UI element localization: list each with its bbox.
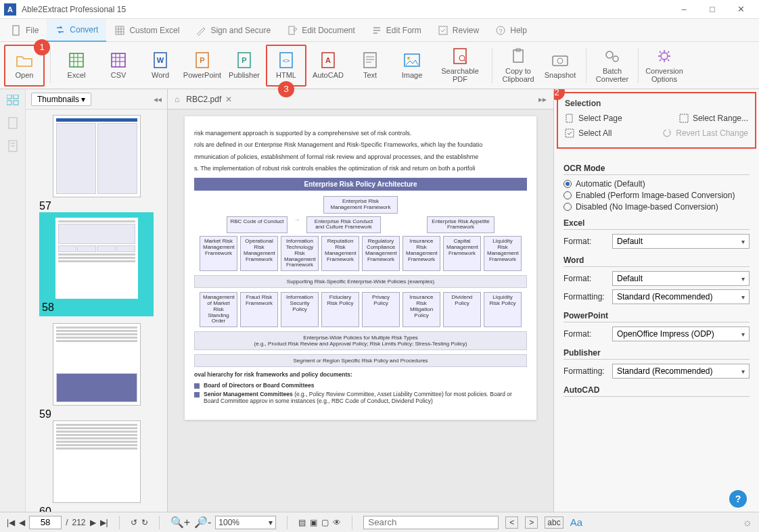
select-page-button[interactable]: Select Page (565, 114, 622, 123)
thumb-58[interactable] (53, 215, 141, 301)
zoom-combo[interactable]: 100%▾ (215, 516, 276, 529)
thumbnails-view-icon[interactable] (6, 95, 20, 105)
collapse-thumbnails-icon[interactable]: ◂◂ (154, 95, 162, 104)
search-input[interactable] (363, 516, 499, 529)
search-next-button[interactable]: > (525, 516, 538, 529)
ribbon-open[interactable]: 1 Open (4, 45, 45, 87)
radio-icon (564, 191, 572, 199)
view-mode-button[interactable]: 👁 (333, 518, 341, 527)
ribbon-image-label: Image (402, 72, 423, 80)
menu-help[interactable]: ?Help (487, 19, 535, 42)
svg-rect-3 (439, 26, 447, 34)
ribbon-conversion-options[interactable]: Conversion Options (644, 45, 685, 87)
menu-custom-excel[interactable]: Custom Excel (106, 19, 187, 42)
framework-node: Capital Management Framework (443, 236, 481, 271)
selection-heading: Selection (565, 99, 748, 108)
fit-page-button[interactable]: ▣ (310, 518, 317, 527)
ribbon-sep-4 (638, 48, 639, 83)
workspace: Thumbnails ▾ ◂◂ 57 58 59 60 ⌂ RBC2.pdf ✕ (0, 89, 759, 512)
document-tab[interactable]: RBC2.pdf ✕ (186, 95, 232, 104)
para-1: risk management approach is supported by… (194, 130, 527, 137)
ribbon-autocad[interactable]: AAutoCAD (308, 45, 348, 87)
select-page-label: Select Page (578, 114, 622, 123)
case-sensitive-toggle[interactable]: Aa (570, 516, 582, 528)
node-conduct: Enterprise Risk Conduct and Culture Fram… (306, 216, 381, 234)
thumb-57[interactable] (53, 115, 141, 197)
search-prev-button[interactable]: < (505, 516, 518, 529)
page-icon (565, 114, 574, 123)
close-button[interactable]: ✕ (727, 0, 755, 19)
fit-width-button[interactable]: ▤ (298, 518, 306, 527)
page-number-input[interactable] (29, 516, 62, 529)
menu-edit-form-label: Edit Form (386, 26, 421, 35)
bookmark-icon[interactable] (6, 118, 20, 128)
ocr-auto-label: Automatic (Default) (576, 179, 645, 189)
help-fab[interactable]: ? (729, 490, 747, 508)
maximize-button[interactable]: □ (698, 0, 727, 19)
zoom-out-button[interactable]: 🔎- (194, 516, 211, 529)
zoom-in-button[interactable]: 🔍+ (170, 516, 190, 529)
grid-icon (114, 25, 125, 36)
ribbon-publisher[interactable]: PPublisher (224, 45, 264, 87)
document-view[interactable]: risk management approach is supported by… (168, 110, 553, 512)
word-formatting-combo[interactable]: Standard (Recommended)▾ (612, 289, 750, 304)
ocr-enabled-radio[interactable]: Enabled (Perform Image-based Conversion) (564, 191, 750, 200)
home-tab-icon[interactable]: ⌂ (175, 95, 179, 104)
policy-node: Fiduciary Risk Policy (321, 292, 359, 327)
menu-edit-document[interactable]: Edit Document (279, 19, 363, 42)
svg-rect-32 (7, 101, 12, 105)
menu-sign-secure[interactable]: Sign and Secure (187, 19, 279, 42)
menu-convert[interactable]: Convert (47, 19, 106, 42)
last-page-button[interactable]: ▶| (100, 518, 108, 527)
close-tab-icon[interactable]: ✕ (225, 95, 232, 104)
menu-edit-form[interactable]: Edit Form (363, 19, 430, 42)
rotate-left-button[interactable]: ↺ (131, 518, 137, 527)
ribbon-searchable-pdf[interactable]: Searchable PDF (434, 45, 486, 87)
minimize-button[interactable]: – (670, 0, 698, 19)
document-tabs: ⌂ RBC2.pdf ✕ ▸▸ (168, 89, 553, 110)
svg-rect-18 (364, 53, 376, 68)
ocr-enabled-label: Enabled (Perform Image-based Conversion) (576, 191, 735, 200)
ribbon-html[interactable]: <> HTML 3 (266, 45, 306, 87)
thumb-60[interactable] (53, 420, 141, 503)
svg-rect-1 (116, 26, 124, 34)
first-page-button[interactable]: |◀ (7, 518, 15, 527)
bullet-square-icon (194, 392, 200, 397)
ribbon-batch[interactable]: Batch Converter (592, 45, 632, 87)
ribbon-word[interactable]: WWord (140, 45, 181, 87)
ribbon-excel[interactable]: Excel (56, 45, 97, 87)
attachment-icon[interactable] (6, 141, 20, 151)
ribbon-sep (50, 48, 51, 83)
ribbon-text[interactable]: Text (350, 45, 390, 87)
select-all-button[interactable]: Select All (565, 128, 612, 138)
select-range-button[interactable]: Select Range... (679, 114, 748, 123)
ribbon-copy-clipboard[interactable]: Copy to Clipboard (498, 45, 538, 87)
prev-page-button[interactable]: ◀ (19, 518, 25, 527)
whole-word-toggle[interactable]: abc (545, 516, 563, 529)
excel-format-combo[interactable]: Default▾ (612, 234, 750, 249)
thumb-59[interactable] (53, 323, 141, 406)
ocr-auto-radio[interactable]: Automatic (Default) (564, 179, 750, 189)
rotate-right-button[interactable]: ↻ (141, 518, 148, 527)
ribbon-csv[interactable]: CSV (98, 45, 139, 87)
thumbnails-dropdown[interactable]: Thumbnails ▾ (31, 93, 91, 106)
ribbon-snapshot-label: Snapshot (545, 72, 576, 80)
edit-doc-icon (287, 25, 298, 36)
ribbon-snapshot[interactable]: Snapshot (540, 45, 580, 87)
menu-review-label: Review (453, 26, 479, 35)
theme-toggle-icon[interactable]: ☼ (742, 516, 752, 529)
pp-format-combo[interactable]: OpenOffice Impress (ODP)▾ (612, 327, 750, 341)
ocr-disabled-radio[interactable]: Disabled (No Image-based Conversion) (564, 202, 750, 212)
word-format-combo[interactable]: Default▾ (612, 271, 750, 286)
annotation-badge-2: 2 (553, 89, 565, 100)
next-page-button[interactable]: ▶ (90, 518, 96, 527)
menu-review[interactable]: Review (430, 19, 487, 42)
actual-size-button[interactable]: ▢ (321, 518, 329, 527)
pub-formatting-combo[interactable]: Standard (Recommended)▾ (612, 364, 750, 379)
menu-file[interactable]: File (3, 19, 47, 42)
excel-icon (68, 51, 85, 69)
ribbon-image[interactable]: Image (392, 45, 432, 87)
thumbnails-list[interactable]: 57 58 59 60 (26, 110, 167, 512)
expand-tabs-icon[interactable]: ▸▸ (538, 95, 547, 104)
ribbon-powerpoint[interactable]: PPowerPoint (182, 45, 223, 87)
